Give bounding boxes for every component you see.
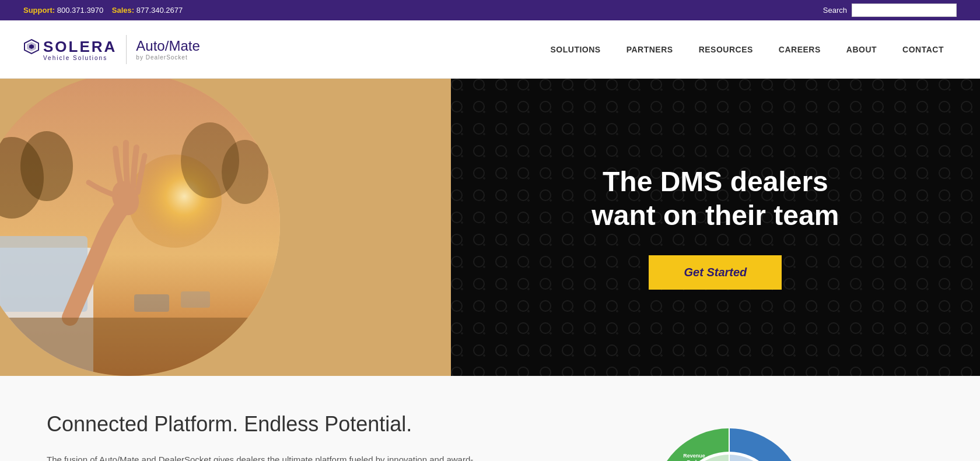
hero-title-line2: want on their team bbox=[592, 200, 839, 231]
nav-contact[interactable]: CONTACT bbox=[890, 20, 957, 79]
nav-links: SOLUTIONS PARTNERS RESOURCES CAREERS ABO… bbox=[538, 20, 957, 79]
hero-content-right: The DMS dealers want on their team Get S… bbox=[451, 79, 980, 376]
hero-section: The DMS dealers want on their team Get S… bbox=[0, 79, 980, 376]
content-section: Connected Platform. Endless Potential. T… bbox=[0, 376, 980, 461]
nav-partners[interactable]: PARTNERS bbox=[614, 20, 686, 79]
nav-solutions[interactable]: SOLUTIONS bbox=[538, 20, 614, 79]
logo-area: SOLERA Vehicle Solutions Auto/Mate by De… bbox=[23, 35, 200, 64]
search-input[interactable] bbox=[852, 3, 957, 17]
svg-rect-14 bbox=[181, 291, 210, 308]
solera-icon bbox=[23, 38, 40, 55]
automate-sub-text: by DealerSocket bbox=[136, 54, 200, 61]
search-area: Search bbox=[823, 3, 957, 17]
get-started-button[interactable]: Get Started bbox=[649, 255, 782, 290]
logo-divider bbox=[126, 35, 127, 64]
svg-text:Revenue: Revenue bbox=[683, 453, 705, 459]
solera-sub-text: Vehicle Solutions bbox=[43, 55, 107, 61]
automate-brand-text: Auto/Mate bbox=[136, 38, 200, 54]
nav-careers[interactable]: CAREERS bbox=[766, 20, 834, 79]
svg-point-6 bbox=[20, 131, 73, 201]
wheel-diagram: CRM Revenue Radar Dealer Fire IDMS Custo… bbox=[636, 411, 822, 461]
nav-resources[interactable]: RESOURCES bbox=[686, 20, 766, 79]
sales-number: 877.340.2677 bbox=[136, 6, 183, 15]
automate-logo: Auto/Mate by DealerSocket bbox=[136, 38, 200, 61]
support-label: Support: bbox=[23, 6, 55, 15]
content-title: Connected Platform. Endless Potential. bbox=[47, 411, 490, 438]
hero-circle bbox=[0, 79, 280, 376]
wheel-svg: CRM Revenue Radar Dealer Fire IDMS Custo… bbox=[636, 411, 822, 461]
sales-label: Sales: bbox=[112, 6, 134, 15]
svg-rect-13 bbox=[134, 294, 169, 312]
hero-title: The DMS dealers want on their team bbox=[592, 165, 839, 232]
svg-rect-12 bbox=[0, 318, 280, 376]
search-label: Search bbox=[823, 6, 847, 15]
svg-point-8 bbox=[222, 140, 268, 204]
hero-image-left bbox=[0, 79, 451, 376]
hero-title-line1: The DMS dealers bbox=[603, 166, 828, 197]
navbar: SOLERA Vehicle Solutions Auto/Mate by De… bbox=[0, 20, 980, 79]
contact-info: Support: 800.371.3970 Sales: 877.340.267… bbox=[23, 6, 183, 15]
support-number: 800.371.3970 bbox=[57, 6, 104, 15]
wheel-diagram-area: CRM Revenue Radar Dealer Fire IDMS Custo… bbox=[525, 411, 933, 461]
content-text-area: Connected Platform. Endless Potential. T… bbox=[47, 411, 490, 461]
hero-scene-svg bbox=[0, 79, 280, 376]
nav-about[interactable]: ABOUT bbox=[834, 20, 890, 79]
solera-logo: SOLERA Vehicle Solutions bbox=[23, 38, 117, 61]
top-bar: Support: 800.371.3970 Sales: 877.340.267… bbox=[0, 0, 980, 20]
solera-brand-text: SOLERA bbox=[43, 38, 117, 56]
content-body: The fusion of Auto/Mate and DealerSocket… bbox=[47, 452, 490, 461]
